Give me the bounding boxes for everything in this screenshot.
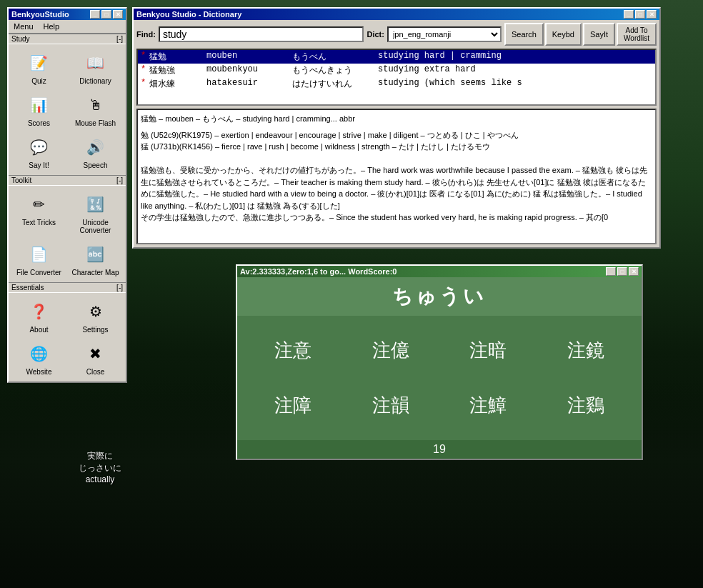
- wordscore-min-btn[interactable]: _: [606, 267, 616, 276]
- sidebar-menu-help[interactable]: Help: [41, 21, 62, 31]
- quiz-icon: 📝: [26, 50, 52, 76]
- wordscore-cell-5[interactable]: 注韻: [342, 378, 440, 433]
- dictionary-window: Benkyou Studio - Dictionary _ □ ✕ Find: …: [132, 7, 661, 249]
- definition-entry-4: その学生は猛勉強したので、急激に進歩しつつある。– Since the stud…: [141, 211, 652, 224]
- website-label: Website: [26, 368, 52, 376]
- dictionary-label: Dictionary: [79, 77, 111, 85]
- result-kanji: 畑水練: [149, 78, 206, 90]
- wordscore-close-btn[interactable]: ✕: [629, 267, 639, 276]
- dict-max-btn[interactable]: □: [635, 10, 645, 19]
- result-kanji: 猛勉: [149, 51, 206, 63]
- dict-select[interactable]: jpn_eng_romanji jpn_eng_kanji eng_jpn: [387, 26, 502, 42]
- find-label: Find:: [136, 30, 156, 39]
- sayit-button[interactable]: SayIt: [583, 23, 615, 46]
- unicode-converter-icon: 🔣: [83, 191, 109, 217]
- say-it-label: Say It!: [29, 161, 49, 169]
- sidebar-title: BenkyouStudio: [11, 10, 69, 19]
- sidebar-item-scores[interactable]: 📊 Scores: [11, 89, 66, 130]
- sidebar-item-character-map[interactable]: 🔤 Character Map: [68, 239, 123, 279]
- desktop-text: 実際に じっさいに actually: [79, 450, 121, 484]
- dict-title: Benkyou Studio - Dictionary: [136, 10, 241, 19]
- result-kana: もうべん: [292, 51, 378, 63]
- text-tricks-label: Text Tricks: [22, 219, 56, 226]
- wordscore-cell-1[interactable]: 注億: [342, 323, 440, 378]
- dict-min-btn[interactable]: _: [624, 10, 634, 19]
- section-study-header: Study [-]: [9, 34, 126, 44]
- result-kana: もうべんきょう: [292, 64, 378, 76]
- say-it-icon: 💬: [26, 134, 52, 160]
- search-button[interactable]: Search: [504, 23, 544, 46]
- table-row[interactable]: * 猛勉 mouben もうべん studying hard | crammin…: [138, 50, 655, 64]
- wordscore-max-btn[interactable]: □: [617, 267, 627, 276]
- speech-label: Speech: [84, 161, 108, 169]
- wordscore-grid: 注意 注億 注暗 注鏡 注障 注韻 注鱆 注鷄: [237, 316, 642, 440]
- wordscore-cell-4[interactable]: 注障: [244, 378, 342, 433]
- desktop-text-line2: じっさいに: [79, 462, 121, 474]
- section-toolkit-toggle[interactable]: [-]: [116, 176, 123, 184]
- sidebar-item-close[interactable]: ✖ Close: [68, 338, 123, 379]
- result-star: *: [141, 64, 149, 76]
- definition-heading: 猛勉 – mouben – もうべん – studying hard | cra…: [141, 113, 652, 125]
- result-romaji: moubenkyou: [206, 64, 292, 76]
- result-meaning: studying (which seems like s: [378, 78, 652, 90]
- sidebar-close-btn[interactable]: ✕: [113, 10, 123, 19]
- table-row[interactable]: * 猛勉強 moubenkyou もうべんきょう studying extra …: [138, 64, 655, 77]
- result-star: *: [141, 51, 149, 63]
- definition-entry-3: 猛勉強も、受験に受かったから、それだけの値打ちがあった。– The hard w…: [141, 164, 652, 211]
- sidebar-item-dictionary[interactable]: 📖 Dictionary: [68, 47, 123, 88]
- wordscore-cell-7[interactable]: 注鷄: [537, 378, 635, 433]
- sidebar-panel: BenkyouStudio _ □ ✕ Menu Help Study [-] …: [7, 7, 127, 383]
- about-label: About: [29, 326, 48, 334]
- sidebar-item-website[interactable]: 🌐 Website: [11, 338, 66, 379]
- section-essentials-toggle[interactable]: [-]: [116, 284, 123, 291]
- wordscore-cell-2[interactable]: 注暗: [439, 323, 537, 378]
- sidebar-max-btn[interactable]: □: [101, 10, 111, 19]
- sidebar-item-about[interactable]: ❓ About: [11, 296, 66, 337]
- file-converter-label: File Converter: [16, 269, 61, 276]
- toolkit-grid: ✏ Text Tricks 🔣 Unicode Converter 📄 File…: [9, 186, 126, 282]
- section-toolkit-header: Toolkit [-]: [9, 175, 126, 186]
- result-kanji: 猛勉強: [149, 64, 206, 76]
- wordscore-cell-0[interactable]: 注意: [244, 323, 342, 378]
- dict-toolbar: Find: Dict: jpn_eng_romanji jpn_eng_kanj…: [134, 20, 659, 49]
- sidebar-item-unicode-converter[interactable]: 🔣 Unicode Converter: [68, 189, 123, 237]
- unicode-converter-label: Unicode Converter: [71, 219, 120, 234]
- about-icon: ❓: [26, 299, 52, 324]
- quiz-label: Quiz: [31, 77, 46, 85]
- sidebar-item-speech[interactable]: 🔊 Speech: [68, 131, 123, 172]
- dict-definition[interactable]: 猛勉 – mouben – もうべん – studying hard | cra…: [136, 109, 657, 244]
- wordscore-page-number: 19: [433, 443, 446, 455]
- sidebar-menubar: Menu Help: [9, 20, 126, 34]
- wordscore-window: Av:2.333333,Zero:1,6 to go... WordScore:…: [236, 264, 643, 460]
- sidebar-item-text-tricks[interactable]: ✏ Text Tricks: [11, 189, 66, 237]
- sidebar-min-btn[interactable]: _: [90, 10, 100, 19]
- speech-icon: 🔊: [83, 134, 109, 160]
- result-kana: はたけすいれん: [292, 78, 378, 90]
- study-grid: 📝 Quiz 📖 Dictionary 📊 Scores 🖱 Mouse Fla…: [9, 44, 126, 175]
- dict-results[interactable]: * 猛勉 mouben もうべん studying hard | crammin…: [136, 49, 657, 106]
- sidebar-item-mouse-flash[interactable]: 🖱 Mouse Flash: [68, 89, 123, 130]
- dict-close-btn[interactable]: ✕: [647, 10, 657, 19]
- search-input[interactable]: [159, 26, 364, 42]
- wordscore-titlebar: Av:2.333333,Zero:1,6 to go... WordScore:…: [237, 266, 642, 277]
- sidebar-item-quiz[interactable]: 📝 Quiz: [11, 47, 66, 88]
- desktop-text-line3: actually: [79, 474, 121, 484]
- keybd-button[interactable]: Keybd: [545, 23, 582, 46]
- mouse-flash-label: Mouse Flash: [75, 119, 116, 127]
- add-to-wordlist-button[interactable]: Add To Wordlist: [617, 23, 657, 46]
- sidebar-item-file-converter[interactable]: 📄 File Converter: [11, 239, 66, 279]
- section-essentials-label: Essentials: [11, 284, 44, 291]
- file-converter-icon: 📄: [26, 241, 52, 267]
- wordscore-cell-3[interactable]: 注鏡: [537, 323, 635, 378]
- sidebar-menu-menu[interactable]: Menu: [11, 21, 36, 31]
- sidebar-item-settings[interactable]: ⚙ Settings: [68, 296, 123, 337]
- section-study-toggle[interactable]: [-]: [116, 35, 123, 43]
- sidebar-item-say-it[interactable]: 💬 Say It!: [11, 131, 66, 172]
- character-map-icon: 🔤: [83, 241, 109, 267]
- result-romaji: hatakesuir: [206, 78, 292, 90]
- wordscore-cell-6[interactable]: 注鱆: [439, 378, 537, 433]
- settings-icon: ⚙: [83, 299, 109, 324]
- table-row[interactable]: * 畑水練 hatakesuir はたけすいれん studying (which…: [138, 77, 655, 91]
- wordscore-titlebar-buttons: _ □ ✕: [606, 267, 639, 276]
- close-label: Close: [86, 368, 105, 376]
